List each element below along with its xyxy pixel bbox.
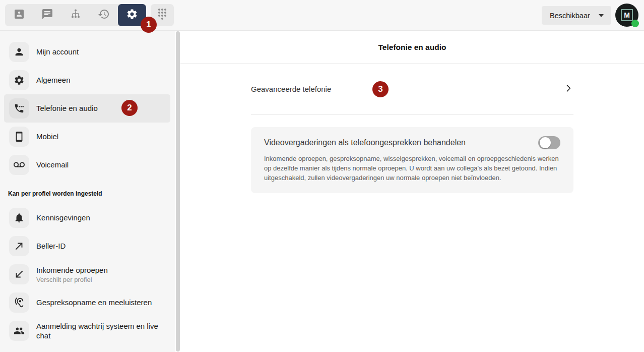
sidebar-item-gespreksopname[interactable]: Gespreksopname en meeluisteren <box>0 288 175 317</box>
settings-icon <box>126 8 138 22</box>
people-icon <box>9 321 29 341</box>
sidebar-item-beller-id[interactable]: Beller-ID <box>0 232 175 260</box>
ear-icon <box>9 292 29 313</box>
video-meetings-setting-description: Inkomende oproepen, gespreksopname, wiss… <box>264 154 560 183</box>
bell-icon <box>9 208 29 228</box>
sidebar-item-kennisgevingen[interactable]: Kennisgevingen <box>0 204 175 232</box>
voicemail-icon <box>9 155 29 175</box>
history-nav-button[interactable] <box>90 4 118 26</box>
settings-sidebar: Mijn account Algemeen Telefonie en audio… <box>0 31 175 352</box>
sidebar-item-label: Mobiel <box>36 132 58 142</box>
sidebar-item-label: Aanmelding wachtrij systeem en live chat <box>36 321 168 341</box>
avatar-initial: M <box>624 11 630 19</box>
caret-down-icon <box>599 14 604 17</box>
sidebar-item-algemeen[interactable]: Algemeen <box>0 66 175 94</box>
chevron-right-icon <box>563 83 573 95</box>
sidebar-scrollbar-track[interactable] <box>175 31 180 352</box>
toggle-knob <box>540 137 551 148</box>
sidebar-section-header: Kan per profiel worden ingesteld <box>8 190 175 197</box>
history-icon <box>98 8 110 22</box>
settings-main-panel: Telefonie en audio Geavanceerde telefoni… <box>180 31 644 352</box>
sidebar-item-label: Voicemail <box>36 160 69 170</box>
sidebar-item-label: Mijn account <box>36 47 79 57</box>
sidebar-item-subtitle: Verschilt per profiel <box>36 276 108 283</box>
sidebar-item-label: Gespreksopname en meeluisteren <box>36 298 152 308</box>
sidebar-item-label: Telefonie en audio <box>36 103 98 113</box>
main-content: Geavanceerde telefonie Videovergaderinge… <box>251 64 573 193</box>
video-meetings-toggle[interactable] <box>538 136 560 149</box>
sidebar-item-mobiel[interactable]: Mobiel <box>0 123 175 151</box>
top-toolbar: Beschikbaar M <box>0 0 644 31</box>
sidebar-item-label: Kennisgevingen <box>36 213 90 223</box>
advanced-telephony-row[interactable]: Geavanceerde telefonie <box>251 64 573 114</box>
page-title: Telefonie en audio <box>378 43 446 52</box>
step-badge-1: 1 <box>141 17 157 33</box>
availability-status-dropdown[interactable]: Beschikbaar <box>542 6 611 25</box>
smartphone-icon <box>9 127 29 147</box>
phone-settings-icon <box>9 98 29 119</box>
gear-icon <box>9 70 29 90</box>
sidebar-item-wachtrij-live-chat[interactable]: Aanmelding wachtrij systeem en live chat <box>0 317 175 345</box>
avatar-logo-frame: M <box>621 9 633 21</box>
person-icon <box>9 42 29 62</box>
chat-nav-button[interactable] <box>33 4 61 26</box>
video-meetings-setting-card: Videovergaderingen als telefoongesprekke… <box>251 127 573 193</box>
main-nav-group <box>5 4 146 26</box>
org-chart-icon <box>70 8 82 22</box>
arrow-down-left-icon <box>9 264 29 284</box>
step-badge-3: 3 <box>372 81 389 97</box>
sidebar-item-telefonie-en-audio[interactable]: Telefonie en audio <box>4 94 170 123</box>
chat-icon <box>41 8 53 22</box>
arrow-up-right-icon <box>9 236 29 256</box>
online-status-dot <box>631 20 639 27</box>
user-avatar[interactable]: M <box>615 4 638 27</box>
sidebar-item-label: Inkomende oproepen <box>36 265 108 275</box>
availability-status-label: Beschikbaar <box>550 12 590 20</box>
advanced-telephony-label: Geavanceerde telefonie <box>251 85 331 93</box>
sidebar-item-label: Algemeen <box>36 75 71 85</box>
sidebar-scrollbar-thumb[interactable] <box>176 31 180 351</box>
step-badge-2: 2 <box>121 100 138 116</box>
sidebar-item-mijn-account[interactable]: Mijn account <box>0 38 175 66</box>
main-panel-header: Telefonie en audio <box>180 31 644 64</box>
sidebar-item-label: Beller-ID <box>36 241 66 251</box>
dialpad-icon <box>156 8 168 22</box>
contact-card-icon <box>13 8 25 22</box>
org-chart-nav-button[interactable] <box>61 4 90 26</box>
sidebar-item-inkomende-oproepen[interactable]: Inkomende oproepen Verschilt per profiel <box>0 260 175 288</box>
video-meetings-setting-title: Videovergaderingen als telefoongesprekke… <box>264 138 466 147</box>
sidebar-item-voicemail[interactable]: Voicemail <box>0 151 175 179</box>
contacts-nav-button[interactable] <box>5 4 33 26</box>
